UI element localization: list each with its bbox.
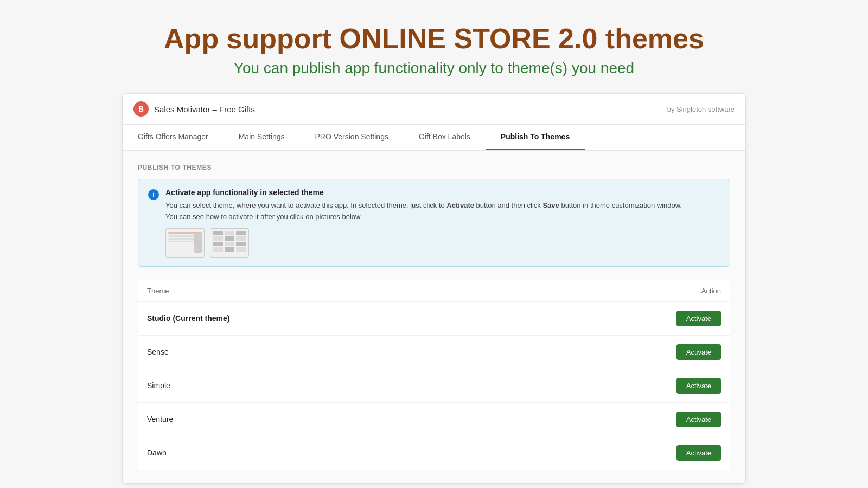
- thumbnail-2[interactable]: [210, 228, 249, 258]
- theme-action: Activate: [503, 436, 730, 470]
- theme-name: Studio (Current theme): [138, 301, 503, 335]
- table-body: Studio (Current theme)ActivateSenseActiv…: [138, 301, 730, 470]
- table-row: DawnActivate: [138, 436, 730, 470]
- tab-pro-settings[interactable]: PRO Version Settings: [300, 125, 404, 150]
- theme-name: Dawn: [138, 436, 503, 470]
- thumbnail-1[interactable]: [165, 228, 205, 258]
- activate-button[interactable]: Activate: [676, 311, 721, 326]
- col-action: Action: [503, 280, 730, 301]
- info-text-2: You can see how to activate it after you…: [165, 213, 362, 221]
- app-header-left: B Sales Motivator – Free Gifts: [133, 101, 255, 117]
- activate-button[interactable]: Activate: [676, 344, 721, 360]
- app-frame: B Sales Motivator – Free Gifts by Single…: [122, 93, 746, 484]
- col-theme: Theme: [138, 280, 503, 301]
- hero-title: App support ONLINE STORE 2.0 themes: [164, 22, 704, 55]
- theme-action: Activate: [503, 335, 730, 369]
- info-icon: i: [148, 189, 159, 200]
- hero-subtitle: You can publish app functionality only t…: [164, 60, 704, 77]
- activate-button[interactable]: Activate: [676, 378, 721, 394]
- table-header: Theme Action: [138, 280, 730, 301]
- tab-gifts-offers[interactable]: Gifts Offers Manager: [123, 125, 224, 150]
- theme-name: Simple: [138, 369, 503, 402]
- content-area: PUBLISH TO THEMES i Activate app functio…: [123, 151, 745, 483]
- thumbnails: [165, 228, 682, 258]
- info-bold-save: Save: [542, 201, 559, 209]
- themes-table: Theme Action Studio (Current theme)Activ…: [138, 280, 730, 470]
- activate-button[interactable]: Activate: [676, 445, 721, 461]
- info-text-1: You can select theme, where you want to …: [165, 200, 682, 223]
- theme-action: Activate: [503, 369, 730, 402]
- info-content: Activate app functionality in selected t…: [165, 188, 682, 258]
- info-text-prefix: You can select theme, where you want to …: [165, 201, 446, 209]
- app-name: Sales Motivator – Free Gifts: [154, 105, 255, 114]
- hero-section: App support ONLINE STORE 2.0 themes You …: [153, 0, 715, 93]
- info-text-suffix: button in theme customization window.: [559, 201, 682, 209]
- activate-button[interactable]: Activate: [676, 412, 721, 427]
- app-logo-icon: B: [133, 101, 149, 117]
- table-row: VentureActivate: [138, 402, 730, 436]
- info-text-mid: button and then click: [474, 201, 542, 209]
- tab-publish-themes[interactable]: Publish To Themes: [486, 125, 585, 150]
- info-bold-activate: Activate: [446, 201, 474, 209]
- theme-name: Sense: [138, 335, 503, 369]
- app-by-label: by Singleton software: [667, 105, 735, 113]
- table-row: Studio (Current theme)Activate: [138, 301, 730, 335]
- theme-name: Venture: [138, 402, 503, 436]
- table-row: SimpleActivate: [138, 369, 730, 402]
- tab-gift-box[interactable]: Gift Box Labels: [404, 125, 486, 150]
- theme-action: Activate: [503, 402, 730, 436]
- table-row: SenseActivate: [138, 335, 730, 369]
- app-header: B Sales Motivator – Free Gifts by Single…: [123, 94, 745, 125]
- info-title: Activate app functionality in selected t…: [165, 188, 682, 197]
- info-box: i Activate app functionality in selected…: [138, 179, 730, 267]
- theme-action: Activate: [503, 301, 730, 335]
- tab-main-settings[interactable]: Main Settings: [224, 125, 300, 150]
- section-label: PUBLISH TO THEMES: [138, 164, 730, 171]
- nav-tabs: Gifts Offers Manager Main Settings PRO V…: [123, 125, 745, 151]
